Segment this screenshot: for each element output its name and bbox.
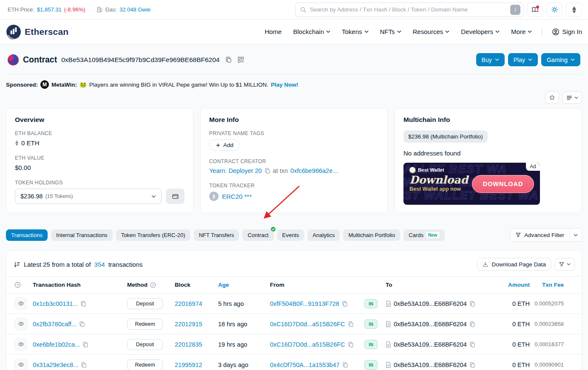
help-icon[interactable]	[14, 282, 21, 288]
eye-icon	[18, 341, 24, 347]
add-name-tag-button[interactable]: Add	[209, 139, 240, 151]
play-now-link[interactable]: Play Now!	[271, 82, 298, 88]
block-link[interactable]: 22016974	[175, 300, 202, 307]
table-row: 0x1cb3c00131... Deposit 22016974 5 hrs a…	[6, 293, 582, 314]
search-input[interactable]	[310, 6, 510, 13]
funnel-icon	[559, 261, 565, 267]
search-icon	[300, 6, 307, 13]
txn-hash-link[interactable]: 0x1cb3c00131...	[33, 300, 78, 307]
overview-title: Overview	[15, 116, 185, 124]
no-addresses-text: No addresses found	[403, 150, 573, 157]
etherscan-logo[interactable]: Etherscan	[6, 24, 68, 40]
eth-price-label: ETH Price:	[8, 6, 34, 13]
search-bar[interactable]: /	[295, 3, 523, 17]
creation-txn-link[interactable]: 0xfc6be986a2e…	[290, 167, 339, 174]
tab-multichain-portfolio[interactable]: Multichain Portfolio	[343, 229, 400, 241]
play-button[interactable]: Play	[508, 53, 538, 66]
col-amount-toggle[interactable]: Amount	[508, 282, 530, 288]
copy-icon[interactable]	[348, 321, 354, 327]
col-age-toggle[interactable]: Age	[218, 282, 229, 288]
ad-subline: Best Wallet app now	[409, 186, 468, 192]
qr-code-icon[interactable]	[238, 56, 244, 63]
nav-item-more[interactable]: More	[511, 28, 532, 35]
preview-txn-button[interactable]	[14, 359, 27, 370]
star-icon	[549, 94, 555, 101]
txn-hash-link[interactable]: 0xe6bfe1b02ca...	[33, 341, 80, 348]
total-transactions-link[interactable]: 354	[94, 261, 105, 268]
multichain-portfolio-badge[interactable]: $236.98 (Multichain Portfolio)	[403, 130, 488, 143]
txn-hash-link[interactable]: 0x2fb3780caff...	[33, 321, 77, 328]
contract-file-icon	[386, 300, 391, 307]
copy-icon[interactable]	[264, 168, 270, 174]
copy-icon[interactable]	[469, 301, 475, 307]
copy-icon[interactable]	[469, 362, 475, 368]
view-options-button[interactable]	[562, 91, 582, 104]
preview-txn-button[interactable]	[14, 318, 27, 330]
txn-hash-link[interactable]: 0x31a29e3ec8...	[33, 362, 78, 368]
sign-in-button[interactable]: Sign In	[552, 28, 582, 36]
tab-internal-transactions[interactable]: Internal Transactions	[51, 229, 113, 241]
nav-item-nfts[interactable]: NFTs	[380, 28, 401, 35]
eth-balance-value: 0 ETH	[21, 139, 40, 147]
watchlist-button[interactable]	[527, 3, 543, 17]
copy-icon[interactable]	[348, 342, 354, 347]
chevron-down-icon	[571, 58, 575, 61]
tab-token-transfers[interactable]: Token Transfers (ERC-20)	[116, 229, 190, 241]
download-page-data-button[interactable]: Download Page Data	[477, 258, 551, 271]
nav-item-tokens[interactable]: Tokens	[342, 28, 369, 35]
transactions-panel: Latest 25 from a total of 354 transactio…	[6, 250, 582, 370]
copy-icon[interactable]	[80, 301, 86, 307]
buy-button[interactable]: Buy	[476, 53, 505, 66]
age-text: 5 hrs ago	[218, 300, 244, 307]
col-fee-toggle[interactable]: Txn Fee	[542, 282, 564, 288]
tab-contract[interactable]: Contract	[242, 229, 273, 241]
copy-icon[interactable]	[469, 342, 475, 347]
nav-item-home[interactable]: Home	[264, 28, 281, 35]
preview-txn-button[interactable]	[14, 338, 27, 351]
col-from: From	[270, 282, 284, 288]
advanced-filter-button[interactable]: Advanced Filter	[510, 228, 582, 242]
copy-address-icon[interactable]	[225, 56, 232, 63]
from-address-link[interactable]: 0xfF504B0F...91913F728	[270, 300, 339, 307]
copy-icon[interactable]	[469, 321, 475, 327]
tab-cards[interactable]: Cards New	[403, 229, 444, 241]
table-filter-button[interactable]	[554, 258, 575, 271]
gas-value-link[interactable]: 32.048 Gwei	[119, 6, 151, 13]
eth-value: $0.00	[15, 164, 31, 171]
from-address-link[interactable]: 0x4cDf750A...1a1553b47	[270, 362, 340, 368]
theme-toggle-button[interactable]	[546, 3, 562, 17]
ad-banner[interactable]: ALLET BEST WA WALLET BEST W ST WALLET BE…	[403, 163, 540, 205]
transactions-summary: Latest 25 from a total of 354 transactio…	[13, 261, 143, 268]
gaming-button[interactable]: Gaming	[541, 53, 580, 66]
token-holdings-dropdown[interactable]: $236.98 (15 Tokens)	[15, 189, 162, 204]
nav-item-resources[interactable]: Resources	[413, 28, 450, 35]
from-address-link[interactable]: 0xC16D7D0d...a515B26FC	[270, 321, 345, 328]
copy-icon[interactable]	[342, 301, 348, 307]
copy-icon[interactable]	[342, 362, 348, 368]
tab-nft-transfers[interactable]: NFT Transfers	[194, 229, 239, 241]
copy-icon[interactable]	[81, 362, 87, 368]
eth-price-link[interactable]: $1,857.31	[37, 6, 62, 13]
download-icon	[482, 261, 489, 268]
copy-icon[interactable]	[79, 321, 85, 327]
ad-download-button[interactable]: DOWNLOAD	[472, 175, 534, 193]
advanced-filter-chevron[interactable]	[569, 229, 582, 241]
network-switch-button[interactable]	[566, 3, 582, 17]
nav-item-blockchain[interactable]: Blockchain	[293, 28, 330, 35]
help-icon[interactable]	[150, 282, 156, 288]
tab-analytics[interactable]: Analytics	[307, 229, 340, 241]
block-link[interactable]: 22012835	[175, 341, 202, 348]
private-name-tags-label: PRIVATE NAME TAGS	[209, 130, 379, 136]
creator-link[interactable]: Yearn: Deployer 20	[209, 167, 262, 174]
favorite-button[interactable]	[545, 91, 559, 104]
tab-events[interactable]: Events	[277, 229, 304, 241]
from-address-link[interactable]: 0xC16D7D0d...a515B26FC	[270, 341, 345, 348]
token-tracker-link[interactable]: ERC20 ***	[222, 193, 252, 200]
copy-icon[interactable]	[82, 342, 88, 347]
nav-item-developers[interactable]: Developers	[461, 28, 500, 35]
block-link[interactable]: 21995912	[175, 362, 202, 368]
tab-transactions[interactable]: Transactions	[6, 229, 48, 241]
token-portfolio-button[interactable]	[166, 189, 185, 204]
block-link[interactable]: 22012915	[175, 321, 202, 328]
preview-txn-button[interactable]	[14, 297, 27, 310]
